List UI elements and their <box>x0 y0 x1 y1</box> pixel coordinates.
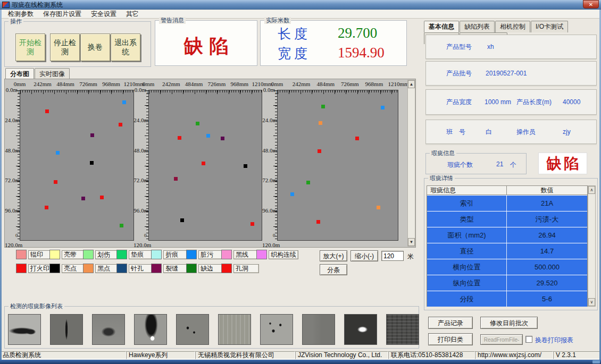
plot-scrollbar[interactable]: ▲▼ <box>407 80 415 247</box>
print-report-checkbox[interactable] <box>525 336 532 343</box>
menu-item-3[interactable]: 其它 <box>121 10 144 19</box>
read-from-file-button[interactable]: ReadFromFile-SIM <box>480 334 523 345</box>
defect-point[interactable] <box>119 123 122 126</box>
legend-swatch-裂缝 <box>151 264 162 273</box>
defect-thumbnail-7[interactable] <box>260 314 293 345</box>
split-button[interactable]: 分条 <box>320 264 347 275</box>
modify-batch-button[interactable]: 修改目前批次 <box>480 317 538 329</box>
legend-label-裂缝[interactable]: 裂缝 <box>163 264 189 273</box>
table-row-0[interactable]: 索引21A <box>427 196 587 211</box>
defect-thumbnail-6[interactable] <box>218 314 251 345</box>
tab-right-3[interactable]: I/O卡测试 <box>531 21 568 32</box>
table-row-6[interactable]: 分段5-6 <box>427 291 587 307</box>
legend-swatch-辊印 <box>16 250 27 259</box>
defect-point[interactable] <box>202 162 205 165</box>
defect-point[interactable] <box>54 180 57 184</box>
defect-thumbnail-4[interactable] <box>134 314 167 345</box>
status-segment-4: 联系电话:0510-85381428 <box>388 351 475 359</box>
defect-point[interactable] <box>206 134 210 138</box>
product-record-button[interactable]: 产品记录 <box>428 317 473 329</box>
defect-point[interactable] <box>90 133 94 137</box>
table-row-5[interactable]: 纵向位置29.520 <box>427 275 587 291</box>
table-scrollbar[interactable]: ∧ ∨ <box>588 185 596 307</box>
scroll-up-icon[interactable]: ▲ <box>408 80 415 88</box>
defect-thumbnail-5[interactable] <box>176 314 209 345</box>
close-button[interactable]: ✕ <box>583 0 599 9</box>
table-header-info: 瑕疵信息 <box>427 186 507 194</box>
defect-point[interactable] <box>321 105 325 108</box>
defect-count-value: 21 <box>496 160 503 168</box>
defect-point[interactable] <box>244 164 247 168</box>
title-bar[interactable]: 瑕疵在线检测系统 ✕ <box>0 0 601 10</box>
menu-item-0[interactable]: 检测参数 <box>3 10 38 19</box>
defect-point[interactable] <box>122 100 126 104</box>
defect-point[interactable] <box>221 137 224 140</box>
scatter-plot-2[interactable]: 0 <box>148 90 262 241</box>
scroll-down-icon[interactable]: ▼ <box>408 238 415 246</box>
zoom-in-button[interactable]: 放大(+) <box>320 250 347 261</box>
scroll-down-icon[interactable]: ∨ <box>588 298 595 306</box>
scroll-up-icon[interactable]: ∧ <box>588 186 595 194</box>
legend-label-针孔[interactable]: 针孔 <box>129 264 154 273</box>
table-row-1[interactable]: 类型污渍-大 <box>427 211 587 227</box>
legend-label-垫痕[interactable]: 垫痕 <box>129 250 154 259</box>
defect-point[interactable] <box>81 197 85 200</box>
legend-label-折痕[interactable]: 折痕 <box>163 250 189 259</box>
print-classify-button[interactable]: 打印归类 <box>428 333 473 345</box>
defect-point[interactable] <box>381 106 385 109</box>
defect-point[interactable] <box>100 196 104 199</box>
table-cell-label: 类型 <box>427 211 507 227</box>
defect-point[interactable] <box>318 149 321 153</box>
axis-zero-mark: 0 <box>15 233 18 238</box>
defect-thumbnail-1[interactable] <box>8 314 41 345</box>
defect-point[interactable] <box>174 177 178 181</box>
legend-label-缺边[interactable]: 缺边 <box>198 264 224 273</box>
menu-item-1[interactable]: 保存图片设置 <box>38 10 86 19</box>
table-row-4[interactable]: 横向位置500.000 <box>427 259 587 275</box>
length-scale-input[interactable] <box>381 251 404 261</box>
tab-right-2[interactable]: 相机控制 <box>495 21 530 32</box>
table-row-3[interactable]: 直径14.7 <box>427 243 587 259</box>
tab-left-1[interactable]: 实时图像 <box>35 68 70 80</box>
defect-point[interactable] <box>120 224 123 227</box>
legend-swatch-亮带 <box>49 250 60 259</box>
legend-label-孔洞[interactable]: 孔洞 <box>233 264 259 273</box>
op-button-3[interactable]: 退出系统 <box>111 33 140 61</box>
defect-thumbnail-2[interactable] <box>50 314 83 345</box>
defect-point[interactable] <box>56 151 60 155</box>
zoom-out-button[interactable]: 缩小(-) <box>350 250 378 261</box>
op-button-0[interactable]: 开始检测 <box>15 33 45 61</box>
legend-label-脏污[interactable]: 脏污 <box>198 250 224 259</box>
defect-point[interactable] <box>319 121 322 125</box>
tab-right-1[interactable]: 缺陷列表 <box>460 21 495 32</box>
scatter-plot-1[interactable]: 0 <box>20 90 134 241</box>
op-button-2[interactable]: 换卷 <box>80 33 110 61</box>
defect-detail-group-title: 瑕疵详情 <box>428 175 455 182</box>
defect-point[interactable] <box>178 136 181 140</box>
defect-point[interactable] <box>90 161 94 165</box>
op-button-1[interactable]: 停止检测 <box>50 33 80 61</box>
defect-point[interactable] <box>377 206 380 209</box>
defect-info-group: 瑕疵信息 瑕疵个数 21 个 <box>425 153 527 174</box>
defect-point[interactable] <box>355 137 359 140</box>
legend-label-黑线[interactable]: 黑线 <box>233 250 259 259</box>
defect-point[interactable] <box>251 222 254 226</box>
legend-label-织构连续[interactable]: 织构连续 <box>269 250 298 259</box>
defect-thumbnail-3[interactable] <box>92 314 125 345</box>
tab-left-0[interactable]: 分布图 <box>5 68 34 80</box>
defect-point[interactable] <box>316 220 320 224</box>
defect-point[interactable] <box>290 192 294 196</box>
defect-point[interactable] <box>45 206 48 209</box>
menu-item-2[interactable]: 安全设置 <box>86 10 121 19</box>
scatter-plot-3[interactable]: 0 <box>277 90 398 241</box>
defect-thumbnail-10[interactable] <box>386 314 419 345</box>
defect-thumbnail-9[interactable] <box>344 314 377 345</box>
defect-point[interactable] <box>306 181 310 184</box>
defect-point[interactable] <box>196 122 199 125</box>
defect-point[interactable] <box>180 218 184 222</box>
defect-point[interactable] <box>45 109 49 113</box>
tab-right-0[interactable]: 基本信息 <box>424 21 459 32</box>
table-cell-value: 29.520 <box>507 275 587 291</box>
table-row-2[interactable]: 面积（mm2)26.94 <box>427 227 587 243</box>
defect-thumbnail-8[interactable] <box>302 314 335 345</box>
